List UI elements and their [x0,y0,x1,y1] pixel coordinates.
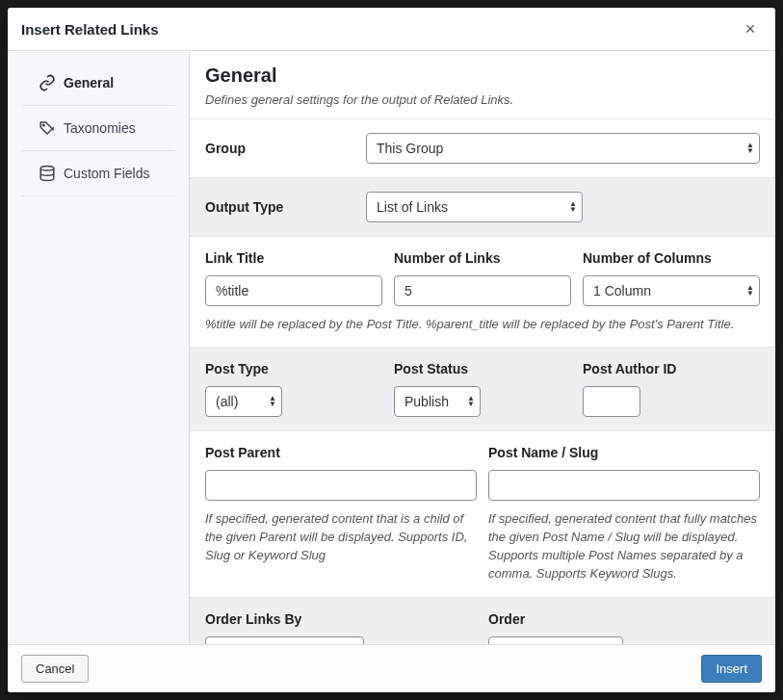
close-icon: × [745,19,756,39]
svg-point-1 [40,167,54,171]
sidebar-item-taxonomies[interactable]: Taxonomies [21,106,175,151]
content-panel: General Defines general settings for the… [190,51,775,644]
order-by-label: Order Links By [205,611,477,627]
modal-body: General Taxonomies Custom Fields General… [8,51,775,644]
content-heading: General [205,65,760,87]
link-icon [39,74,56,91]
num-cols-label: Number of Columns [583,250,760,266]
link-title-help: %title will be replaced by the Post Titl… [205,316,760,333]
post-slug-label: Post Name / Slug [488,445,760,460]
svg-point-0 [43,124,45,126]
modal-footer: Cancel Insert [8,644,775,692]
group-label: Group [205,141,354,156]
insert-button[interactable]: Insert [701,655,762,683]
row-post-type: Post Type (all) ▲▼ Post Status Publish ▲… [190,347,775,430]
sidebar-item-general[interactable]: General [21,61,175,106]
sidebar-item-custom-fields[interactable]: Custom Fields [21,151,175,196]
post-parent-help: If specified, generated content that is … [205,510,477,565]
order-select[interactable]: Ascending (A-Z) [488,636,623,644]
sidebar-item-label: Custom Fields [64,166,149,181]
link-title-input[interactable] [205,275,382,306]
post-parent-input[interactable] [205,470,477,501]
output-type-select[interactable]: List of Links [366,192,583,222]
sidebar: General Taxonomies Custom Fields [8,51,190,644]
sidebar-item-label: General [64,75,114,91]
row-link-title: Link Title Number of Links Number of Col… [190,236,775,347]
post-type-label: Post Type [205,361,382,376]
tag-icon [39,119,56,137]
post-slug-input[interactable] [488,470,760,501]
database-icon [39,165,56,182]
modal: Insert Related Links × General Taxonomie… [8,8,775,692]
close-button[interactable]: × [739,17,762,40]
group-select[interactable]: This Group [366,133,760,164]
content-header: General Defines general settings for the… [190,51,775,118]
cancel-button[interactable]: Cancel [21,655,89,683]
post-status-select[interactable]: Publish [394,386,481,417]
row-order: Order Links By No Order ▲▼ Order Ascendi… [190,597,775,644]
modal-header: Insert Related Links × [8,8,775,51]
content-description: Defines general settings for the output … [205,92,760,107]
post-slug-help: If specified, generated content that ful… [488,510,760,583]
row-output-type: Output Type List of Links ▲▼ [190,177,775,236]
post-status-label: Post Status [394,361,571,376]
post-author-input[interactable] [583,386,640,417]
post-author-label: Post Author ID [583,361,760,376]
order-by-select[interactable]: No Order [205,636,364,644]
post-parent-label: Post Parent [205,445,477,460]
order-label: Order [488,611,760,627]
num-links-input[interactable] [394,275,571,306]
num-links-label: Number of Links [394,250,571,266]
post-type-select[interactable]: (all) [205,386,282,417]
num-cols-select[interactable]: 1 Column [583,275,760,306]
row-group: Group This Group ▲▼ [190,118,775,177]
row-post-parent: Post Parent If specified, generated cont… [190,430,775,596]
output-type-label: Output Type [205,199,354,215]
link-title-label: Link Title [205,250,382,266]
modal-title: Insert Related Links [21,21,159,38]
sidebar-item-label: Taxonomies [64,120,136,136]
